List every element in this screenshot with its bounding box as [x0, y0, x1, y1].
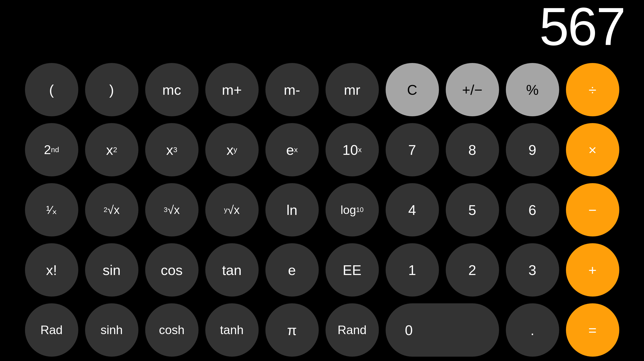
- two-button[interactable]: 2: [446, 243, 499, 297]
- x-cubed-button[interactable]: x3: [145, 123, 198, 176]
- ln-button[interactable]: ln: [266, 183, 319, 237]
- multiply-button[interactable]: ×: [566, 123, 619, 176]
- cosh-button[interactable]: cosh: [145, 303, 198, 357]
- pi-button[interactable]: π: [266, 303, 319, 357]
- cos-button[interactable]: cos: [145, 243, 198, 297]
- button-row-3: ¹⁄ₓ 2√x 3√x y√x ln log10 4 5 6 −: [14, 183, 630, 237]
- plus-minus-button[interactable]: +/−: [446, 63, 499, 116]
- six-button[interactable]: 6: [506, 183, 559, 237]
- nine-button[interactable]: 9: [506, 123, 559, 176]
- e-to-x-button[interactable]: ex: [266, 123, 319, 176]
- add-button[interactable]: +: [566, 243, 619, 297]
- zero-button[interactable]: 0: [386, 303, 499, 357]
- subtract-button[interactable]: −: [566, 183, 619, 237]
- sqrt-3-button[interactable]: 3√x: [145, 183, 198, 237]
- button-row-1: ( ) mc m+ m- mr C +/− % ÷: [14, 63, 630, 116]
- buttons-area: ( ) mc m+ m- mr C +/− % ÷ 2nd: [0, 63, 644, 361]
- percent-button[interactable]: %: [506, 63, 559, 116]
- m-plus-button[interactable]: m+: [205, 63, 258, 116]
- button-row-5: Rad sinh cosh tanh π Rand 0 . =: [14, 303, 630, 357]
- tan-button[interactable]: tan: [205, 243, 258, 297]
- eight-button[interactable]: 8: [446, 123, 499, 176]
- ten-to-x-button[interactable]: 10x: [326, 123, 379, 176]
- five-button[interactable]: 5: [446, 183, 499, 237]
- display-number: 567: [539, 0, 624, 53]
- sinh-button[interactable]: sinh: [85, 303, 138, 357]
- ee-button[interactable]: EE: [326, 243, 379, 297]
- sin-button[interactable]: sin: [85, 243, 138, 297]
- button-row-2: 2nd x2 x3 xy ex 10x 7 8 9 ×: [14, 123, 630, 176]
- seven-button[interactable]: 7: [386, 123, 439, 176]
- close-paren-button[interactable]: ): [85, 63, 138, 116]
- rad-button[interactable]: Rad: [25, 303, 78, 357]
- mc-button[interactable]: mc: [145, 63, 198, 116]
- m-minus-button[interactable]: m-: [266, 63, 319, 116]
- e-button[interactable]: e: [266, 243, 319, 297]
- one-button[interactable]: 1: [386, 243, 439, 297]
- display-area: 567: [0, 0, 644, 63]
- clear-button[interactable]: C: [386, 63, 439, 116]
- decimal-button[interactable]: .: [506, 303, 559, 357]
- four-button[interactable]: 4: [386, 183, 439, 237]
- x-to-y-button[interactable]: xy: [205, 123, 258, 176]
- one-over-x-button[interactable]: ¹⁄ₓ: [25, 183, 78, 237]
- rand-button[interactable]: Rand: [326, 303, 379, 357]
- factorial-button[interactable]: x!: [25, 243, 78, 297]
- x-squared-button[interactable]: x2: [85, 123, 138, 176]
- mr-button[interactable]: mr: [326, 63, 379, 116]
- open-paren-button[interactable]: (: [25, 63, 78, 116]
- equals-button[interactable]: =: [566, 303, 619, 357]
- three-button[interactable]: 3: [506, 243, 559, 297]
- sqrt-y-button[interactable]: y√x: [205, 183, 258, 237]
- button-row-4: x! sin cos tan e EE 1 2 3 +: [14, 243, 630, 297]
- second-button[interactable]: 2nd: [25, 123, 78, 176]
- log10-button[interactable]: log10: [326, 183, 379, 237]
- sqrt-2-button[interactable]: 2√x: [85, 183, 138, 237]
- divide-button[interactable]: ÷: [566, 63, 619, 116]
- tanh-button[interactable]: tanh: [205, 303, 258, 357]
